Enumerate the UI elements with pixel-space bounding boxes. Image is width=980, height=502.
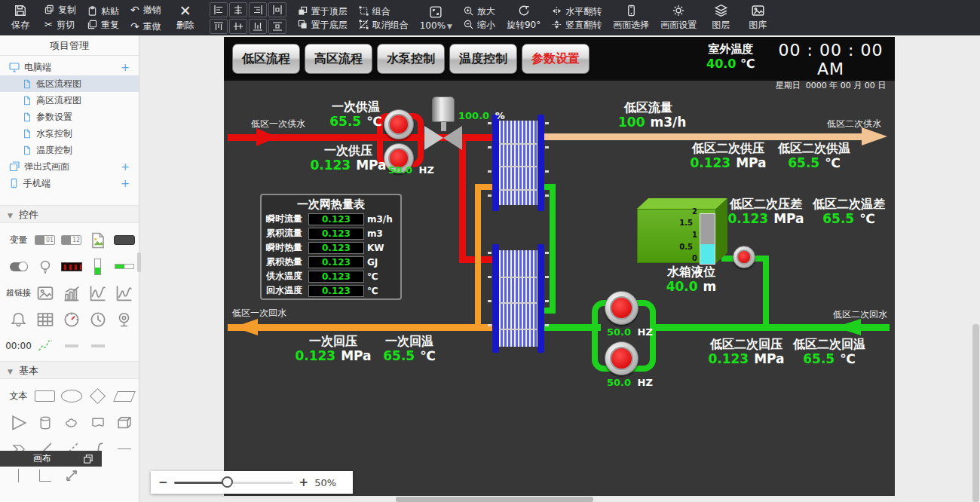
control-text-widget-a[interactable] [59, 333, 84, 358]
zoom-level-select[interactable]: 100%▼ [420, 5, 452, 31]
horizontal-scrollbar[interactable] [396, 497, 593, 502]
add-mobile-icon[interactable]: + [121, 177, 130, 189]
control-image[interactable] [32, 280, 57, 305]
tree-item-popup-screens[interactable]: 弹出式画面 + [0, 158, 139, 175]
control-toggle[interactable] [6, 254, 31, 279]
control-valve[interactable] [443, 126, 462, 150]
control-curve-chart[interactable] [85, 280, 110, 305]
shape-cube[interactable] [112, 410, 136, 435]
control-progress-bar[interactable] [112, 254, 136, 279]
nav-pump-control[interactable]: 水泵控制 [377, 44, 445, 74]
shape-diamond[interactable] [85, 384, 110, 409]
control-button-widget[interactable] [112, 228, 136, 253]
tree-item-temperature-control[interactable]: 温度控制 [0, 142, 139, 158]
gallery-button[interactable]: 图库 [745, 4, 770, 32]
align-middle-button[interactable] [229, 19, 247, 34]
ungroup-button[interactable]: 取消组合 [359, 20, 409, 30]
screen-settings-button[interactable]: 画面设置 [660, 4, 697, 32]
group-button[interactable]: 组合 [359, 6, 409, 17]
tree-item-pump-control[interactable]: 水泵控制 [0, 125, 139, 142]
control-time-display[interactable]: 00:00 [6, 333, 31, 358]
send-back-button[interactable]: 置于底层 [298, 20, 348, 30]
shape-rectangle[interactable] [32, 384, 57, 409]
control-trend-chart[interactable] [112, 280, 136, 305]
primary-return-pipe[interactable] [228, 324, 499, 331]
zoom-minus-icon[interactable]: − [158, 476, 168, 489]
zoom-out-button[interactable]: 缩小 [464, 20, 495, 30]
rotate-90-button[interactable]: 旋转90° [507, 4, 541, 32]
copy-button[interactable]: 复制 [44, 5, 76, 15]
control-image-file[interactable] [85, 228, 110, 253]
tree-item-mobile[interactable]: 手机端 + [0, 175, 139, 191]
align-left-button[interactable] [210, 2, 228, 17]
redo-button[interactable]: ↷ 重做 [130, 20, 161, 33]
shape-cloud[interactable] [59, 410, 84, 435]
distribute-h-button[interactable] [268, 2, 286, 17]
tree-item-pc[interactable]: 电脑端 + [0, 59, 139, 75]
shape-flag[interactable] [85, 410, 110, 435]
nav-high-zone-flow[interactable]: 高区流程 [305, 44, 372, 74]
tree-item-low-zone-flow[interactable]: 低区流程图 [0, 75, 139, 92]
flip-vertical-button[interactable]: 竖直翻转 [552, 20, 602, 30]
heat-exchanger-2[interactable] [492, 250, 544, 347]
control-switch-01[interactable]: 01 [32, 228, 57, 253]
control-hyperlink[interactable]: 超链接 [6, 280, 31, 305]
tank-drop-pipe[interactable] [763, 256, 769, 327]
shape-dash[interactable] [112, 436, 136, 461]
shape-parallelogram[interactable] [112, 384, 136, 409]
control-level-meter[interactable] [85, 254, 110, 279]
zoom-plus-icon[interactable]: + [299, 476, 309, 489]
zoom-in-button[interactable]: 放大 [464, 6, 495, 17]
flip-horizontal-button[interactable]: 水平翻转 [552, 6, 602, 17]
shape-triangle[interactable] [6, 410, 31, 435]
distribute-v-button[interactable] [268, 19, 286, 34]
align-top-button[interactable] [210, 19, 228, 34]
cut-button[interactable]: ✂ 剪切 [44, 18, 76, 32]
nav-low-zone-flow[interactable]: 低区流程 [232, 44, 300, 74]
align-center-button[interactable] [229, 2, 247, 17]
tree-item-parameter-settings[interactable]: 参数设置 [0, 109, 139, 125]
align-right-button[interactable] [249, 2, 267, 17]
control-camera[interactable] [112, 307, 136, 332]
scada-canvas[interactable]: 低区流程 高区流程 水泵控制 温度控制 参数设置 室外温度 40.0 ℃ 00 … [224, 37, 895, 496]
heat-exchanger-1[interactable] [492, 121, 544, 205]
return-pump-2[interactable] [605, 341, 639, 375]
align-bottom-button[interactable] [249, 19, 267, 34]
add-popup-icon[interactable]: + [121, 161, 130, 173]
vertical-scrollbar[interactable] [972, 324, 979, 502]
control-gauge[interactable] [59, 307, 84, 332]
basic-section-header[interactable]: ▼ 基本 [0, 361, 139, 379]
control-switch-12[interactable]: 12 [59, 228, 84, 253]
secondary-supply-pipe[interactable] [544, 133, 865, 140]
control-bulb[interactable] [32, 254, 57, 279]
screen-select-button[interactable]: 画面选择 [613, 4, 649, 32]
nav-parameter-settings[interactable]: 参数设置 [522, 44, 590, 74]
control-variable[interactable]: 变量 [6, 228, 31, 253]
hx1-return-drop[interactable] [475, 184, 481, 327]
undo-button[interactable]: ↶ 撤销 [130, 3, 161, 17]
control-text-widget-b[interactable] [85, 333, 110, 358]
delete-button[interactable]: ✕ 删除 [173, 4, 198, 32]
tree-item-high-zone-flow[interactable]: 高区流程图 [0, 92, 139, 109]
nav-temperature-control[interactable]: 温度控制 [449, 44, 517, 74]
control-clock[interactable] [85, 307, 110, 332]
control-alarm-bell[interactable] [6, 307, 31, 332]
control-valve[interactable] [424, 126, 443, 150]
bring-front-button[interactable]: 置于顶层 [298, 6, 348, 17]
water-tank[interactable]: 2 1.5 1 0.5 0 [637, 198, 727, 263]
primary-drop-pipe[interactable] [459, 138, 466, 263]
shape-text[interactable]: 文本 [6, 384, 31, 409]
save-button[interactable]: 保存 [8, 4, 33, 32]
controls-section-header[interactable]: ▼ 控件 [0, 205, 139, 223]
return-pump-1[interactable] [605, 291, 639, 325]
control-table[interactable] [32, 307, 57, 332]
valve-actuator[interactable] [432, 96, 455, 122]
shape-ellipse[interactable] [59, 384, 84, 409]
add-page-icon[interactable]: + [121, 61, 130, 73]
sidebar-resize-handle[interactable] [137, 253, 141, 272]
paste-button[interactable]: 粘贴 [87, 6, 119, 17]
control-realtime-curve[interactable] [32, 333, 57, 358]
zoom-slider-track[interactable] [174, 482, 293, 484]
shape-cylinder[interactable] [32, 410, 57, 435]
hx-link-drop[interactable] [550, 184, 556, 314]
